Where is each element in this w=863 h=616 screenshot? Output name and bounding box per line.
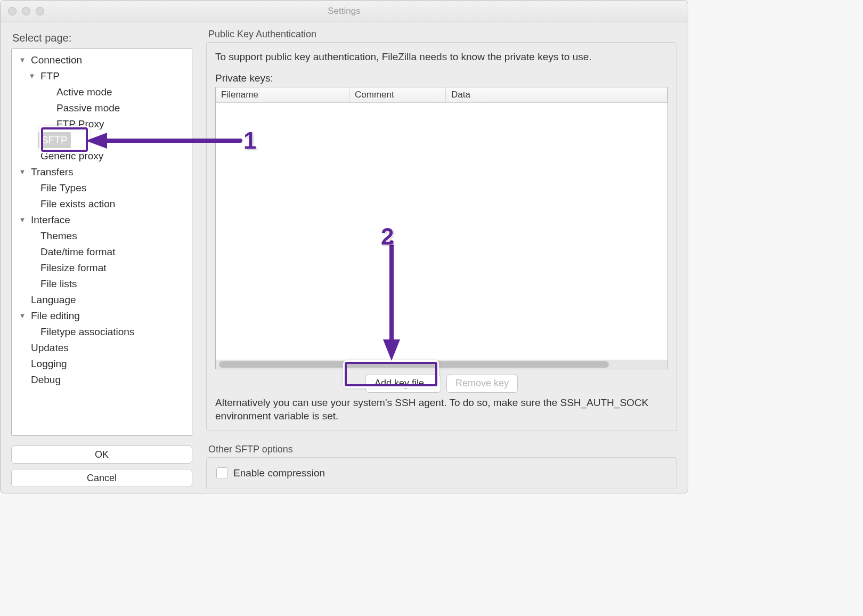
main-panel: Public Key Authentication To support pub… (200, 22, 688, 493)
tree-item-filesize-format[interactable]: Filesize format (16, 260, 190, 276)
tree-item-ftp-proxy[interactable]: FTP Proxy (16, 116, 190, 132)
tree-item-label: SFTP (38, 132, 71, 148)
disclosure-triangle-icon[interactable]: ▼ (18, 164, 27, 180)
private-keys-label: Private keys: (215, 71, 668, 85)
tree-item-label: Connection (29, 52, 84, 68)
remove-key-button: Remove key (446, 375, 518, 393)
tree-item-label: Transfers (29, 164, 76, 180)
tree-item-updates[interactable]: Updates (16, 340, 190, 356)
list-header: Filename Comment Data (216, 87, 667, 103)
tree-item-label: Passive mode (54, 100, 122, 116)
tree-item-ftp[interactable]: ▼FTP (16, 68, 190, 84)
list-body (216, 103, 667, 359)
enable-compression-label: Enable compression (233, 467, 325, 479)
tree-item-language[interactable]: Language (16, 292, 190, 308)
col-comment[interactable]: Comment (349, 87, 446, 102)
tree-item-date-time-format[interactable]: Date/time format (16, 244, 190, 260)
tree-item-label: File exists action (38, 196, 117, 212)
disclosure-triangle-icon[interactable]: ▼ (18, 52, 27, 68)
sidebar-label: Select page: (12, 32, 192, 44)
tree-item-sftp[interactable]: SFTP (16, 132, 190, 148)
tree-item-passive-mode[interactable]: Passive mode (16, 100, 190, 116)
horizontal-scrollbar[interactable] (216, 360, 667, 369)
col-data[interactable]: Data (446, 87, 667, 102)
tree-item-label: File Types (38, 180, 88, 196)
group-other: Enable compression (206, 457, 677, 489)
tree-item-label: Active mode (54, 84, 115, 100)
group-auth: To support public key authentication, Fi… (206, 42, 677, 431)
tree-item-label: Language (29, 292, 78, 308)
tree-item-transfers[interactable]: ▼Transfers (16, 164, 190, 180)
tree-item-debug[interactable]: Debug (16, 372, 190, 388)
disclosure-triangle-icon[interactable]: ▼ (28, 68, 36, 84)
tree-item-themes[interactable]: Themes (16, 228, 190, 244)
tree-item-logging[interactable]: Logging (16, 356, 190, 372)
tree-item-interface[interactable]: ▼Interface (16, 212, 190, 228)
group-other-label: Other SFTP options (208, 444, 677, 455)
tree-item-label: Generic proxy (38, 148, 105, 164)
tree-item-label: Filesize format (38, 260, 109, 276)
tree-item-active-mode[interactable]: Active mode (16, 84, 190, 100)
tree-item-label: File editing (29, 308, 82, 324)
settings-window: Settings Select page: ▼Connection▼FTPAct… (0, 0, 688, 493)
titlebar: Settings (1, 1, 688, 22)
tree-item-generic-proxy[interactable]: Generic proxy (16, 148, 190, 164)
tree-item-filetype-associations[interactable]: Filetype associations (16, 324, 190, 340)
disclosure-triangle-icon[interactable]: ▼ (18, 308, 27, 324)
tree-item-file-lists[interactable]: File lists (16, 276, 190, 292)
tree-item-label: Updates (29, 340, 71, 356)
tree-item-file-exists-action[interactable]: File exists action (16, 196, 190, 212)
tree-item-label: Filetype associations (38, 324, 136, 340)
add-key-file-button[interactable]: Add key file... (365, 375, 441, 393)
tree-item-label: FTP Proxy (54, 116, 106, 132)
tree-item-label: FTP (38, 68, 62, 84)
tree-item-connection[interactable]: ▼Connection (16, 52, 190, 68)
settings-tree[interactable]: ▼Connection▼FTPActive modePassive modeFT… (11, 48, 192, 436)
tree-item-label: Logging (29, 356, 69, 372)
tree-item-file-editing[interactable]: ▼File editing (16, 308, 190, 324)
disclosure-triangle-icon[interactable]: ▼ (18, 212, 27, 228)
ok-button[interactable]: OK (11, 445, 192, 464)
private-keys-list[interactable]: Filename Comment Data (215, 87, 668, 369)
enable-compression-checkbox[interactable] (216, 467, 228, 479)
window-title: Settings (1, 6, 688, 17)
tree-item-label: Debug (29, 372, 63, 388)
cancel-button[interactable]: Cancel (11, 469, 192, 487)
tree-item-file-types[interactable]: File Types (16, 180, 190, 196)
ssh-agent-note: Alternatively you can use your system's … (215, 396, 668, 423)
group-auth-label: Public Key Authentication (208, 29, 677, 40)
tree-item-label: Date/time format (38, 244, 117, 260)
col-filename[interactable]: Filename (216, 87, 349, 102)
tree-item-label: File lists (38, 276, 79, 292)
auth-description: To support public key authentication, Fi… (215, 50, 668, 64)
tree-item-label: Interface (29, 212, 72, 228)
sidebar: Select page: ▼Connection▼FTPActive modeP… (1, 22, 200, 493)
tree-item-label: Themes (38, 228, 79, 244)
